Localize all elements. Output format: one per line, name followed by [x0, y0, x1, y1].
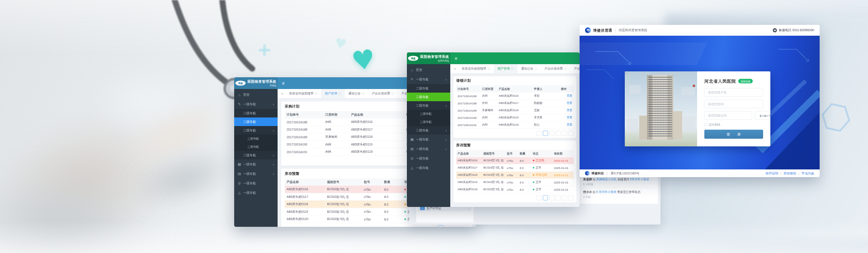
status-dot-icon — [533, 174, 534, 176]
page-button[interactable] — [463, 225, 468, 227]
page-button[interactable] — [556, 196, 561, 201]
login-button[interactable]: 登 录 — [704, 130, 763, 139]
sidebar-item[interactable]: 三级导航 — [234, 135, 278, 143]
sidebar-item-label: 首页 — [243, 93, 274, 97]
page-button[interactable] — [568, 131, 573, 136]
window-header: 博健 医院物资管理系统 临床科室端 ≡ — [407, 52, 580, 64]
feed-link[interactable]: 5月日常小需求 — [630, 178, 650, 181]
feed-text: 在 — [593, 178, 596, 181]
captcha-image[interactable]: 6+8=? — [755, 111, 771, 120]
tab[interactable]: 产品出库 — [571, 64, 580, 73]
tab[interactable]: 用户管理 — [494, 64, 517, 73]
sidebar-item[interactable]: ✎ 一级导航 ∧ — [234, 99, 278, 109]
home-icon: ⌂ — [410, 68, 414, 72]
sidebar-item[interactable]: ◎ 一级导航 — [407, 154, 450, 163]
sidebar-item[interactable]: 二级导航 ∨ — [234, 151, 278, 159]
tab-label: 产品分类设置 — [372, 92, 390, 96]
sidebar-item[interactable]: 二级导航 — [234, 117, 278, 126]
tab[interactable]: 资质证件效期预警 — [285, 89, 321, 98]
column-header: 申请人 — [533, 85, 560, 93]
app-subtitle: 临床科室端 — [438, 59, 449, 62]
sidebar-item[interactable]: 二级导航 — [234, 109, 278, 117]
page-button[interactable] — [543, 196, 548, 201]
view-link[interactable]: 查看 — [567, 123, 573, 126]
tab[interactable]: 通知公告 — [517, 64, 541, 73]
view-link[interactable]: 查看 — [567, 94, 573, 98]
sidebar-item[interactable]: 三级导航 — [407, 110, 450, 118]
page-button[interactable] — [549, 131, 554, 136]
sidebar-item[interactable]: 二级导航 — [407, 84, 450, 93]
remember-checkbox[interactable] — [704, 123, 708, 126]
nav-table-icon: ▦ — [410, 137, 414, 141]
sidebar-item[interactable]: △ 一级导航 — [407, 163, 450, 173]
menu-icon[interactable]: ≡ — [455, 56, 458, 61]
tab-label: 用户管理 — [497, 67, 509, 71]
sidebar-item[interactable]: ▦ 一级导航 ∨ — [234, 159, 278, 169]
column-header: 数量 — [382, 178, 403, 186]
collapse-tabs-icon[interactable]: « — [279, 92, 285, 96]
sidebar-item[interactable]: ◎ 一级导航 — [234, 178, 278, 188]
sidebar-item[interactable]: 二级导航 ∧ — [407, 101, 450, 110]
column-header: 批号 — [362, 178, 382, 186]
sidebar-item[interactable]: ⌂ 首页 — [234, 90, 278, 99]
footer-link[interactable]: 常见问题 — [802, 171, 814, 175]
page-button[interactable] — [556, 131, 561, 136]
tab[interactable]: 通知公告 — [344, 89, 368, 98]
sidebar-item[interactable]: 三级导航 — [234, 143, 278, 151]
building-wing — [639, 116, 647, 140]
chevron-icon: ∨ — [273, 163, 274, 166]
sidebar-item[interactable]: △ 一级导航 — [234, 188, 278, 197]
icp-number: 冀ICP备13022385号 — [610, 171, 639, 175]
username-input[interactable] — [708, 90, 760, 94]
feed-link[interactable]: 5 月日常小需求 — [596, 190, 616, 194]
collapse-tabs-icon[interactable]: « — [452, 67, 458, 71]
tab[interactable]: 用户管理 — [321, 89, 344, 98]
sidebar-item[interactable]: ⌂ 首页 — [407, 65, 450, 75]
tab[interactable]: 资质证件效期预警 — [458, 64, 494, 73]
page-button[interactable] — [543, 131, 548, 136]
sidebar-item-label: 一级导航 — [416, 147, 445, 151]
footer-link[interactable]: 操作说明 — [765, 171, 778, 175]
feed-link[interactable]: 凤舞精英小分队 — [596, 178, 617, 181]
page-button[interactable] — [537, 131, 542, 136]
sidebar-item[interactable]: ▤ 一级导航 ∨ — [407, 144, 450, 154]
sidebar-item[interactable]: 三级导航 — [407, 118, 450, 126]
page-button[interactable] — [438, 225, 443, 227]
sidebar-item[interactable]: 二级导航 ∧ — [234, 126, 278, 135]
page-button[interactable] — [549, 196, 554, 201]
tab[interactable]: 产品分类设置 — [368, 89, 398, 98]
password-input[interactable] — [708, 102, 760, 106]
view-link[interactable]: 查看 — [567, 109, 573, 112]
page-button[interactable] — [432, 225, 437, 227]
page-button[interactable] — [562, 196, 567, 201]
sidebar-item-label: 二级导航 — [416, 95, 447, 99]
page-button[interactable] — [568, 196, 573, 201]
footer-link[interactable]: 密钥驱动 — [783, 171, 796, 175]
page-button[interactable] — [457, 225, 462, 227]
sidebar-item[interactable]: ▤ 一级导航 ∨ — [234, 169, 278, 178]
switch-hospital-badge[interactable]: 切换医院 — [738, 79, 753, 84]
page-button[interactable] — [444, 225, 449, 227]
tab-label: 产品分类设置 — [544, 67, 563, 71]
view-link[interactable]: 查看 — [567, 102, 573, 105]
view-link[interactable]: 查看 — [567, 116, 573, 119]
sidebar-item[interactable]: 二级导航 ∨ — [407, 126, 450, 135]
menu-icon[interactable]: ≡ — [282, 80, 285, 86]
building-tower — [647, 75, 673, 140]
page-button[interactable] — [537, 196, 542, 201]
sidebar-item[interactable]: ▦ 一级导航 ∨ — [407, 135, 450, 144]
sidebar-item-label: 三级导航 — [420, 120, 447, 124]
captcha-input[interactable] — [708, 113, 750, 117]
content-area: 请领计划 计划单号订货科室产品名称申请人操作 — [450, 74, 580, 207]
page-button[interactable] — [562, 131, 567, 136]
status-dot-icon — [533, 167, 534, 169]
tab[interactable]: 产品分类设置 — [541, 64, 571, 73]
feed-item: 付小小在5 月日常小需求更新至已发布状态 3 天前 — [583, 188, 654, 201]
page-button[interactable] — [451, 225, 456, 227]
sidebar-item[interactable]: 二级导航 — [407, 93, 450, 101]
divider: | — [780, 172, 781, 175]
login-window-supplier: 博健供需通 | 供应商供货管理系统 ☎ 客服电话 0311-83056390 — [580, 25, 820, 177]
brand-logo — [585, 28, 591, 33]
column-header: 规格型号 — [326, 178, 362, 186]
sidebar-item[interactable]: ✎ 一级导航 ∧ — [407, 75, 450, 84]
